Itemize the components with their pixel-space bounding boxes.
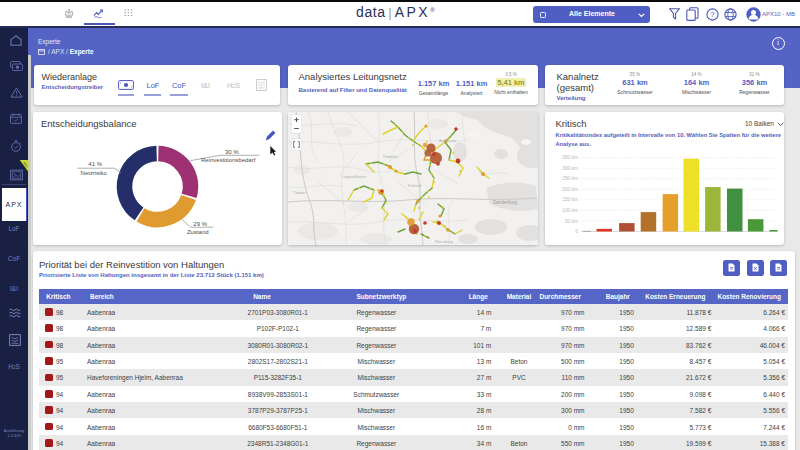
svg-text:150 km: 150 km <box>562 197 578 202</box>
svg-text:0: 0 <box>575 229 578 234</box>
svg-text:29 %: 29 % <box>193 221 207 227</box>
svg-text:Reinvestitionsbedarf: Reinvestitionsbedarf <box>201 157 256 163</box>
svg-text:100 km: 100 km <box>562 208 578 213</box>
svg-text:200 km: 200 km <box>562 187 578 192</box>
svg-text:300 km: 300 km <box>562 166 578 171</box>
svg-text:Netzrisiko: Netzrisiko <box>80 170 107 176</box>
svg-text:Rødekro: Rødekro <box>383 154 399 159</box>
svg-text:Sønderborg: Sønderborg <box>493 200 517 205</box>
svg-text:30 %: 30 % <box>225 149 239 155</box>
svg-text:Løgumkloster: Løgumkloster <box>342 174 367 179</box>
svg-text:41 %: 41 % <box>88 161 102 167</box>
svg-text:50 km: 50 km <box>564 219 577 224</box>
svg-text:Aabenraa: Aabenraa <box>439 138 457 143</box>
svg-text:?: ? <box>710 10 715 19</box>
svg-text:Felsted: Felsted <box>408 183 421 188</box>
svg-text:250 km: 250 km <box>562 176 578 181</box>
svg-text:Zustand: Zustand <box>186 229 208 235</box>
svg-text:350 km: 350 km <box>562 155 578 160</box>
svg-text:Flensburg: Flensburg <box>435 239 453 244</box>
svg-text:Tønder: Tønder <box>293 190 307 195</box>
